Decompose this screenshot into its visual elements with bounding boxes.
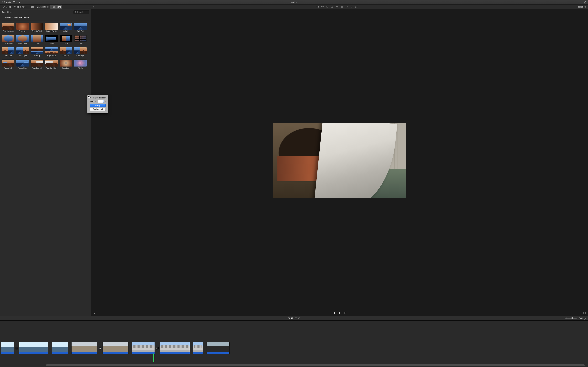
transition-label: Spin Out — [77, 30, 84, 32]
transition-wipe-up[interactable]: Wipe Up — [31, 47, 43, 57]
timeline-zoom-slider[interactable] — [565, 318, 577, 319]
media-browser: My MediaAudio & VideoTitlesBackgroundsTr… — [0, 5, 91, 316]
prev-button[interactable] — [332, 312, 335, 314]
timeline-clip[interactable] — [193, 342, 203, 354]
transition-slide-left[interactable]: Slide Left — [60, 47, 72, 57]
timeline-clip[interactable] — [132, 342, 155, 354]
search-input[interactable] — [77, 11, 88, 13]
timeline-clip[interactable] — [71, 342, 97, 354]
transition-page-curl-right[interactable]: Page Curl Right — [45, 60, 58, 69]
color-balance-icon[interactable] — [317, 6, 319, 8]
reset-all-button[interactable]: Reset All — [578, 6, 586, 8]
transition-label: Page Curl Left — [32, 67, 42, 69]
projects-label: Projects — [4, 1, 11, 3]
timeline-settings-button[interactable]: Settings — [579, 317, 586, 319]
play-button[interactable] — [338, 311, 341, 314]
noise-reduction-icon[interactable] — [341, 6, 343, 8]
cursor-icon — [88, 95, 91, 99]
back-to-projects-button[interactable]: Projects — [2, 1, 11, 3]
transition-spin-out[interactable]: Spin Out — [74, 23, 87, 32]
transition-label: Mosaic — [78, 43, 83, 44]
timeline-clip[interactable] — [160, 342, 190, 354]
workspace: My MediaAudio & VideoTitlesBackgroundsTr… — [0, 5, 588, 316]
timeline-clip[interactable] — [1, 342, 14, 354]
svg-rect-9 — [94, 312, 95, 313]
browser-tab-audio-video[interactable]: Audio & Video — [13, 5, 28, 9]
transition-label: Cross Dissolve — [3, 30, 14, 32]
transition-circle-close[interactable]: Circle Close — [17, 35, 29, 44]
info-icon[interactable] — [355, 6, 357, 8]
transition-cross-blur[interactable]: Cross Blur — [17, 23, 29, 32]
timeline-clip[interactable] — [19, 342, 48, 354]
transition-label: Circle Close — [18, 43, 27, 44]
current-theme-label: Current Theme: No Theme — [4, 17, 29, 19]
timeline-clip[interactable] — [207, 342, 230, 354]
apply-button[interactable]: Apply — [90, 104, 106, 107]
transition-label: Slide Left — [62, 55, 69, 57]
transition-doorway[interactable]: Doorway — [31, 35, 43, 44]
effects-icon[interactable] — [350, 6, 353, 8]
timeline-transition[interactable] — [99, 347, 101, 350]
browser-tabs: My MediaAudio & VideoTitlesBackgroundsTr… — [0, 5, 91, 9]
transition-label: Cross Zoom — [61, 67, 70, 69]
timeline-scrollbar[interactable] — [46, 364, 585, 366]
share-button[interactable] — [584, 1, 586, 4]
color-correction-icon[interactable] — [321, 6, 324, 8]
transition-cross-dissolve[interactable]: Cross Dissolve — [2, 23, 14, 32]
next-button[interactable] — [344, 312, 347, 314]
voiceover-icon[interactable] — [94, 311, 96, 314]
playhead-marker[interactable] — [153, 353, 154, 362]
crop-icon[interactable] — [326, 6, 329, 8]
transition-fade-to-black[interactable]: Fade to Black — [31, 23, 43, 32]
transitions-grid: Cross DissolveCross BlurFade to BlackFad… — [0, 21, 91, 71]
timeline-transition[interactable] — [15, 347, 18, 350]
transition-cross-zoom[interactable]: Cross Zoom — [60, 60, 72, 69]
viewer-panel: Reset All — [91, 5, 588, 316]
transition-label: Spin In — [63, 30, 69, 32]
browser-tab-transitions[interactable]: Transitions — [50, 5, 62, 9]
transition-page-curl-left[interactable]: Page Curl Left — [31, 60, 43, 69]
transition-wipe-right[interactable]: Wipe Right — [17, 47, 29, 57]
duration-label: Duration: — [89, 100, 97, 103]
download-icon[interactable] — [18, 1, 20, 3]
volume-icon[interactable] — [336, 6, 338, 8]
apply-to-all-button[interactable]: Apply to All — [90, 108, 106, 111]
timeline-clip[interactable] — [103, 342, 129, 354]
browser-tab-my-media[interactable]: My Media — [1, 5, 12, 9]
transition-label: Page Curl Right — [46, 67, 57, 69]
duration-input[interactable] — [98, 100, 104, 103]
timeline-transition[interactable] — [156, 347, 159, 350]
transition-mosaic[interactable]: Mosaic — [74, 35, 87, 44]
svg-point-1 — [75, 11, 76, 12]
timeline-clip[interactable] — [52, 342, 68, 354]
playback-bar — [91, 310, 588, 316]
transition-circle-open[interactable]: Circle Open — [2, 35, 14, 44]
search-box[interactable] — [73, 10, 89, 14]
transition-label: Fade to White — [46, 30, 57, 32]
transition-puzzle-left[interactable]: Puzzle Left — [2, 60, 14, 69]
transition-swap[interactable]: Swap — [45, 35, 58, 44]
transition-wipe-left[interactable]: Wipe Left — [2, 47, 14, 57]
browser-tab-titles[interactable]: Titles — [28, 5, 35, 9]
playhead-time: 00:19/00:35 — [288, 317, 300, 319]
transition-wipe-down[interactable]: Wipe Down — [45, 47, 58, 57]
preview-canvas[interactable] — [91, 9, 588, 310]
transition-ripple[interactable]: Ripple — [74, 60, 87, 69]
import-media-button[interactable] — [13, 1, 16, 3]
transition-spin-in[interactable]: Spin In — [60, 23, 72, 32]
titlebar: Projects Venice — [0, 0, 588, 5]
transition-fade-to-white[interactable]: Fade to White — [45, 23, 58, 32]
transition-slide-right[interactable]: Slide Right — [74, 47, 87, 57]
browser-tab-backgrounds[interactable]: Backgrounds — [36, 5, 50, 9]
stabilization-icon[interactable] — [331, 6, 333, 8]
popover-title: Page Curl Right — [92, 97, 106, 99]
transition-label: Fade to Black — [32, 30, 42, 32]
enhance-wand-icon[interactable] — [93, 6, 96, 8]
viewer-toolbar: Reset All — [91, 5, 588, 9]
fullscreen-icon[interactable] — [583, 312, 586, 314]
transition-cube[interactable]: Cube — [60, 35, 72, 44]
transition-label: Wipe Left — [5, 55, 12, 57]
timeline-track-area[interactable] — [0, 321, 588, 367]
transition-puzzle-right[interactable]: Puzzle Right — [17, 60, 29, 69]
speed-icon[interactable] — [345, 6, 348, 8]
